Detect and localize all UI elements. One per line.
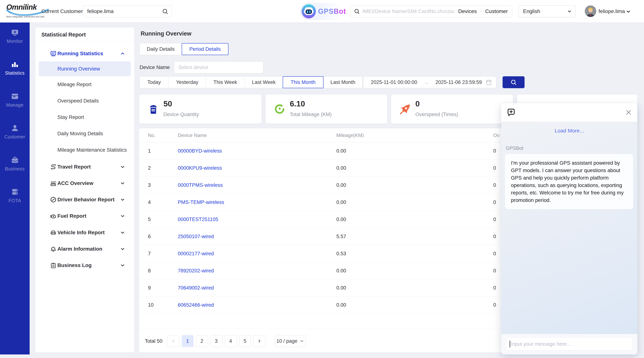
pagination-page-4[interactable]: 4	[225, 335, 237, 347]
sidebar-group-acc-overview[interactable]: ACC ACC Overview	[36, 175, 134, 191]
device-link[interactable]: 25050107-wired	[178, 228, 214, 245]
sidebar-group-travel-report[interactable]: Travel Report	[36, 159, 134, 175]
divider	[36, 41, 134, 41]
device-link[interactable]: 00002177-wired	[178, 245, 214, 262]
sidebar-group-business-log[interactable]: Business Log	[36, 257, 134, 274]
filter-this-week[interactable]: This Week	[206, 76, 245, 88]
rail-item-fota[interactable]: FOTA	[0, 187, 30, 208]
global-search-input[interactable]	[360, 8, 454, 14]
avatar[interactable]	[585, 5, 596, 17]
new-chat-icon[interactable]	[506, 108, 516, 117]
device-link[interactable]: 0000TPMS-wireless	[178, 177, 223, 194]
rail-item-manage[interactable]: Manage	[0, 92, 30, 113]
language-selector[interactable]: English	[518, 5, 576, 17]
date-start[interactable]: 2025-11-01 00:00:00	[371, 79, 417, 85]
sidebar-item-label: Overspeed Details	[58, 98, 99, 104]
device-link[interactable]: 78920202-wired	[178, 262, 214, 279]
cell-overspeed: 0	[493, 296, 496, 314]
sidebar-item-stay-report[interactable]: Stay Report	[36, 109, 134, 125]
pagination-next-button[interactable]	[254, 335, 265, 347]
pagination-page-5[interactable]: 5	[239, 335, 251, 347]
load-more-link[interactable]: Load More...	[501, 128, 637, 134]
sidebar-item-label: Mileage Report	[58, 82, 92, 87]
sidebar-item-label: Running Overview	[58, 66, 100, 72]
sidebar-group-fuel-report[interactable]: Fuel Report	[36, 208, 134, 224]
search-scope-devices[interactable]: Devices	[454, 5, 481, 17]
group-label: Fuel Report	[58, 213, 86, 219]
rail-item-statistics[interactable]: Statistics	[0, 60, 30, 81]
stat-value: 6.10	[290, 99, 305, 108]
arrow-right-icon: →	[424, 79, 429, 85]
cell-mileage: 0.00	[336, 296, 346, 314]
sidebar-group-running-statistics[interactable]: Running Statistics	[36, 45, 134, 62]
cell-no: 4	[148, 194, 151, 211]
date-end[interactable]: 2025-11-06 23:59:59	[436, 79, 482, 85]
filter-last-month[interactable]: Last Month	[323, 76, 362, 88]
cell-mileage: 0.00	[336, 160, 346, 177]
chat-message-input[interactable]	[506, 338, 632, 350]
col-device-name: Device Name	[178, 128, 207, 142]
pagination-page-2[interactable]: 2	[196, 335, 208, 347]
top-header: Omnilink More integrated, connected and …	[0, 0, 644, 22]
search-icon	[510, 79, 517, 85]
device-select-input[interactable]	[174, 62, 263, 73]
sidebar-group-driver-behavior-report[interactable]: Driver Behavior Report	[36, 191, 134, 208]
device-link[interactable]: 60652466-wired	[178, 296, 214, 314]
clipboard-icon	[50, 262, 57, 269]
sidebar-item-mileage-maintenance-statistics[interactable]: Mileage Maintenance Statistics	[36, 142, 134, 158]
rail-label: Monitor	[7, 38, 23, 44]
filter-last-week[interactable]: Last Week	[245, 76, 283, 88]
text-caret	[510, 341, 510, 348]
sidebar-item-daily-moving-details[interactable]: Daily Moving Details	[36, 125, 134, 142]
sidebar-group-vehicle-info-report[interactable]: Vehicle Info Report	[36, 224, 134, 241]
username[interactable]: feliope.lima	[598, 0, 625, 22]
date-range-picker[interactable]: 2025-11-01 00:00:00 → 2025-11-06 23:59:5…	[363, 76, 496, 88]
sidebar-item-running-overview[interactable]: Running Overview	[39, 61, 131, 76]
pagination-prev-button[interactable]	[167, 335, 179, 347]
device-link[interactable]: 0000TEST251105	[178, 211, 218, 228]
group-label: Running Statistics	[58, 51, 103, 57]
stat-label: Device Quantity	[164, 112, 199, 117]
report-sidebar: Statistical Report Running Statistics Ru…	[36, 27, 134, 352]
cell-no: 9	[148, 279, 151, 296]
pagination-page-1[interactable]: 1	[182, 335, 194, 347]
cell-no: 10	[148, 296, 154, 314]
sidebar-item-mileage-report[interactable]: Mileage Report	[36, 76, 134, 93]
rail-label: FOTA	[8, 198, 21, 203]
chat-footer	[501, 334, 637, 355]
col-mileage: Mileage(KM)	[336, 128, 364, 142]
cell-no: 3	[148, 177, 151, 194]
sidebar-item-overspeed-details[interactable]: Overspeed Details	[36, 93, 134, 109]
device-link[interactable]: 70649002-wired	[178, 279, 214, 296]
pagination-page-3[interactable]: 3	[210, 335, 222, 347]
gpsbot-logo[interactable]: GPSBot	[300, 3, 342, 20]
chevron-down-icon[interactable]	[626, 9, 631, 14]
device-link[interactable]: 0000KPU9-wireless	[178, 160, 222, 177]
chevron-down-icon	[120, 197, 125, 202]
page-size-select[interactable]: 10 / page	[275, 335, 306, 347]
close-icon[interactable]	[624, 109, 632, 116]
manage-icon	[10, 92, 19, 100]
stat-card-overspeed: 0 Overspeed (Times)	[391, 95, 513, 124]
filter-today[interactable]: Today	[140, 76, 169, 88]
cell-overspeed: 0	[493, 194, 496, 211]
current-customer-input[interactable]	[83, 8, 162, 14]
tab-period-details[interactable]: Period Details	[182, 43, 228, 55]
rail-item-customer[interactable]: Customer	[0, 124, 30, 145]
chevron-right-icon	[257, 339, 262, 344]
filter-this-month[interactable]: This Month	[283, 76, 324, 88]
device-select[interactable]	[174, 61, 263, 73]
device-link[interactable]: PMS-TEMP-wireless	[178, 194, 224, 211]
tab-daily-details[interactable]: Daily Details	[140, 43, 182, 55]
filter-yesterday[interactable]: Yesterday	[168, 76, 206, 88]
search-scope-customer[interactable]: Customer	[481, 5, 512, 17]
rail-item-business[interactable]: Business	[0, 156, 30, 177]
device-link[interactable]: 00000BYD-wireless	[178, 142, 222, 160]
search-icon[interactable]	[162, 8, 168, 14]
route-icon	[50, 164, 57, 170]
sidebar-group-alarm-information[interactable]: Alarm Information	[36, 241, 134, 257]
chat-sender-label: GPSBot	[506, 145, 637, 151]
rail-item-monitor[interactable]: Monitor	[0, 28, 30, 49]
cell-overspeed: 0	[493, 262, 496, 279]
search-button[interactable]	[502, 76, 524, 88]
